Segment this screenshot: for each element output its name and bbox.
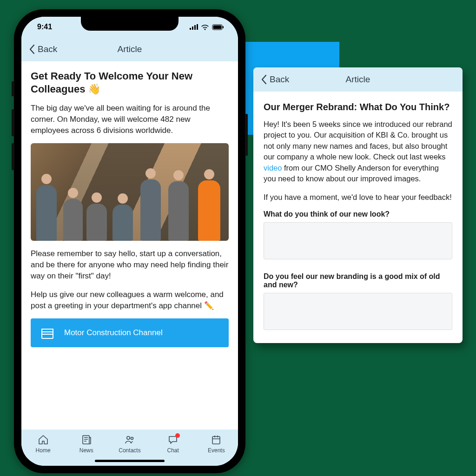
- article-title: Get Ready To Welcome Your New Colleagues…: [31, 70, 229, 95]
- card-paragraph-1a: Hey! It's been 5 weeks since we introduc…: [264, 120, 452, 161]
- tab-news[interactable]: News: [70, 434, 103, 454]
- volume-down-button: [12, 143, 14, 170]
- phone-screen: 9:41 Back Article Get Ready To Welcome Y…: [21, 17, 238, 466]
- mute-switch: [12, 81, 14, 96]
- svg-rect-4: [83, 436, 89, 444]
- contacts-icon: [124, 434, 135, 445]
- tab-contacts[interactable]: Contacts: [113, 434, 146, 454]
- svg-rect-1: [213, 25, 222, 29]
- article-card: Back Article Our Merger Rebrand: What Do…: [253, 67, 463, 343]
- status-icons: [190, 24, 224, 30]
- signal-icon: [190, 24, 198, 30]
- svg-point-6: [131, 437, 133, 440]
- channel-button-label: Motor Construction Channel: [64, 328, 163, 337]
- survey-answer-1[interactable]: [264, 222, 452, 259]
- back-label: Back: [38, 44, 57, 54]
- card-paragraph-2: If you have a moment, we'd love to hear …: [264, 192, 452, 203]
- tab-chat-label: Chat: [167, 447, 178, 454]
- back-button[interactable]: Back: [29, 44, 57, 54]
- channel-button[interactable]: Motor Construction Channel: [31, 318, 229, 347]
- tab-chat[interactable]: Chat: [157, 434, 189, 454]
- article-paragraph-1: The big day we've all been waiting for i…: [31, 103, 229, 136]
- article-paragraph-2: Please remember to say hello, start up a…: [31, 248, 229, 281]
- notification-badge: [175, 433, 180, 438]
- tab-home-label: Home: [36, 447, 51, 454]
- notch: [81, 17, 178, 31]
- survey-question-1: What do you think of our new look?: [264, 210, 452, 218]
- home-indicator: [95, 460, 165, 462]
- tab-events-label: Events: [208, 447, 225, 454]
- wifi-icon: [201, 24, 209, 30]
- status-time: 9:41: [37, 23, 52, 31]
- svg-point-5: [127, 436, 130, 439]
- svg-rect-7: [212, 436, 220, 444]
- tab-contacts-label: Contacts: [119, 447, 140, 454]
- chevron-left-icon: [29, 44, 35, 54]
- nav-bar: Back Article: [21, 37, 238, 61]
- home-icon: [38, 434, 49, 445]
- battery-icon: [212, 24, 224, 30]
- survey-answer-2[interactable]: [264, 293, 452, 330]
- card-paragraph-1: Hey! It's been 5 weeks since we introduc…: [264, 119, 452, 185]
- article-hero-image: [31, 143, 229, 241]
- tab-home[interactable]: Home: [27, 434, 60, 454]
- article-content: Get Ready To Welcome Your New Colleagues…: [21, 61, 238, 430]
- volume-up-button: [12, 109, 14, 136]
- article-paragraph-3: Help us give our new colleagues a warm w…: [31, 289, 229, 311]
- card-content: Our Merger Rebrand: What Do You Think? H…: [253, 92, 463, 343]
- chevron-left-icon: [261, 74, 267, 85]
- tab-news-label: News: [79, 447, 93, 454]
- channel-icon: [40, 325, 55, 340]
- card-nav-bar: Back Article: [253, 67, 463, 92]
- phone-frame: 9:41 Back Article Get Ready To Welcome Y…: [14, 9, 245, 473]
- svg-rect-2: [223, 26, 224, 28]
- power-button: [245, 114, 248, 156]
- card-back-button[interactable]: Back: [261, 74, 289, 85]
- video-link[interactable]: video: [264, 164, 282, 172]
- card-paragraph-1b: from our CMO Shelly Anderson for everyth…: [264, 164, 439, 183]
- survey-question-2: Do you feel our new branding is a good m…: [264, 272, 452, 289]
- card-back-label: Back: [270, 74, 289, 85]
- card-article-title: Our Merger Rebrand: What Do You Think?: [264, 102, 452, 112]
- svg-rect-3: [42, 332, 53, 338]
- tab-events[interactable]: Events: [200, 434, 232, 454]
- news-icon: [81, 434, 92, 445]
- events-icon: [211, 434, 222, 445]
